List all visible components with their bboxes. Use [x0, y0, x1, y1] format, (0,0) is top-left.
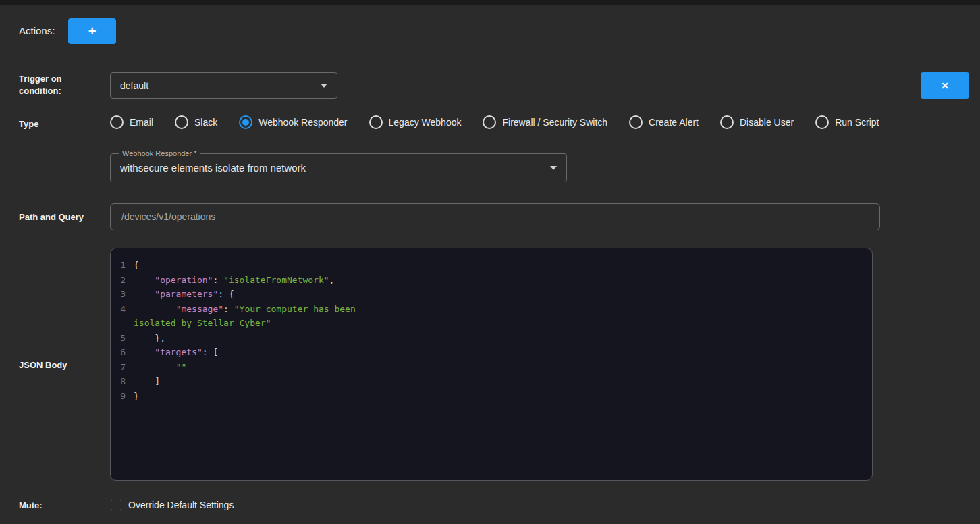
json-body-editor[interactable]: 1{2 "operation": "isolateFromNetwork",3 … — [110, 248, 873, 481]
close-icon: ✕ — [941, 80, 949, 91]
radio-circle-icon[interactable] — [483, 115, 496, 129]
radio-label: Legacy Webhook — [389, 117, 462, 128]
line-number — [111, 316, 134, 331]
code-text: "parameters": { — [134, 287, 234, 302]
code-line: 1{ — [111, 258, 872, 273]
code-text: { — [134, 258, 139, 273]
trigger-condition-value: default — [120, 80, 314, 91]
override-default-settings-option[interactable]: Override Default Settings — [111, 500, 234, 510]
chevron-down-icon — [550, 166, 557, 170]
code-line: 4 "message": "Your computer has been — [111, 302, 872, 317]
line-number: 4 — [111, 302, 134, 317]
chevron-down-icon — [321, 84, 327, 88]
code-text: }, — [134, 331, 165, 346]
radio-circle-icon[interactable] — [815, 115, 829, 129]
code-line: 7 "" — [111, 360, 872, 375]
line-number: 1 — [111, 258, 134, 273]
radio-label: Run Script — [835, 117, 879, 128]
radio-create-alert[interactable]: Create Alert — [629, 115, 699, 129]
radio-circle-icon[interactable] — [110, 115, 124, 129]
radio-run-script[interactable]: Run Script — [815, 115, 879, 129]
trigger-condition-label: Trigger on condition: — [19, 73, 100, 97]
radio-label: Create Alert — [649, 117, 699, 128]
line-number: 6 — [111, 345, 134, 360]
code-line: 3 "parameters": { — [111, 287, 872, 302]
radio-label: Disable User — [740, 117, 794, 128]
code-text: "message": "Your computer has been — [134, 302, 356, 317]
line-number: 2 — [111, 273, 134, 288]
json-body-label: JSON Body — [19, 359, 67, 371]
actions-label: Actions: — [19, 25, 55, 36]
code-line: 5 }, — [111, 331, 872, 346]
radio-email[interactable]: Email — [110, 115, 153, 129]
code-line: isolated by Stellar Cyber" — [111, 316, 872, 331]
radio-label: Firewall / Security Switch — [502, 117, 607, 128]
code-line: 8 ] — [111, 374, 872, 389]
radio-label: Slack — [194, 117, 217, 128]
mute-label: Mute: — [19, 500, 43, 512]
radio-circle-icon[interactable] — [720, 115, 734, 129]
radio-slack[interactable]: Slack — [175, 115, 217, 129]
trigger-condition-label-line1: Trigger on — [19, 73, 100, 85]
top-strip — [0, 0, 980, 5]
radio-firewall-security-switch[interactable]: Firewall / Security Switch — [483, 115, 607, 129]
code-text: } — [134, 389, 139, 404]
radio-label: Email — [130, 117, 153, 128]
radio-webhook-responder[interactable]: Webhook Responder — [239, 115, 347, 129]
webhook-responder-value: withsecure elements isolate from network — [120, 162, 543, 174]
radio-circle-icon[interactable] — [175, 115, 188, 129]
trigger-condition-label-line2: condition: — [19, 85, 100, 97]
line-number: 7 — [111, 360, 134, 375]
add-action-button[interactable]: + — [68, 18, 116, 44]
path-and-query-label: Path and Query — [19, 211, 84, 224]
trigger-condition-select[interactable]: default — [110, 72, 337, 99]
type-options: EmailSlackWebhook ResponderLegacy Webhoo… — [110, 113, 879, 132]
remove-action-button[interactable]: ✕ — [921, 72, 969, 99]
radio-circle-icon[interactable] — [239, 115, 252, 129]
radio-disable-user[interactable]: Disable User — [720, 115, 794, 129]
code-line: 2 "operation": "isolateFromNetwork", — [111, 273, 872, 288]
code-line: 6 "targets": [ — [111, 345, 872, 360]
radio-label: Webhook Responder — [258, 117, 347, 128]
override-default-settings-checkbox[interactable] — [111, 500, 121, 510]
line-number: 5 — [111, 331, 134, 346]
override-default-settings-label: Override Default Settings — [128, 500, 234, 510]
line-number: 8 — [111, 374, 134, 389]
line-number: 9 — [111, 389, 134, 404]
type-label: Type — [19, 118, 38, 130]
webhook-responder-select[interactable]: Webhook Responder * withsecure elements … — [110, 153, 567, 182]
code-text: "operation": "isolateFromNetwork", — [134, 273, 334, 288]
code-line: 9} — [111, 389, 872, 404]
code-text: ] — [134, 374, 160, 389]
radio-legacy-webhook[interactable]: Legacy Webhook — [369, 115, 462, 129]
path-and-query-input[interactable] — [110, 203, 880, 230]
radio-circle-icon[interactable] — [629, 115, 643, 129]
line-number: 3 — [111, 287, 134, 302]
code-text: "" — [134, 360, 186, 375]
code-text: "targets": [ — [134, 345, 218, 360]
code-text: isolated by Stellar Cyber" — [134, 316, 271, 331]
radio-circle-icon[interactable] — [369, 115, 383, 129]
webhook-responder-float-label: Webhook Responder * — [119, 149, 200, 158]
